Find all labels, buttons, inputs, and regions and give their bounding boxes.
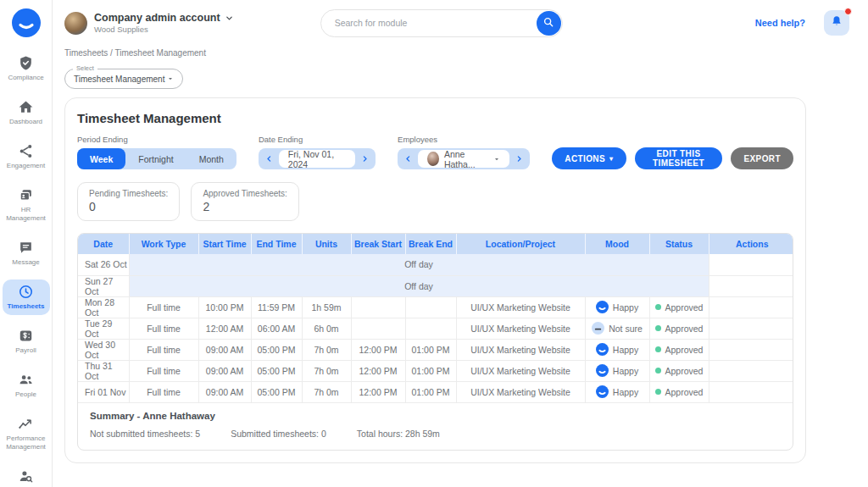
actions-cell: [709, 360, 793, 381]
date-cell: Sat 26 Oct: [78, 254, 129, 275]
status: Approved: [650, 324, 709, 334]
date-cell: Mon 28 Oct: [78, 296, 129, 318]
column-header-location-project: Location/Project: [456, 234, 585, 254]
notifications-button[interactable]: [824, 10, 849, 36]
end-time-cell: 11:59 PM: [251, 296, 302, 318]
period-ending-label: Period Ending: [77, 135, 236, 144]
happy-mood-icon: [596, 385, 609, 398]
stat-value: 2: [203, 200, 287, 213]
status: Approved: [650, 345, 709, 355]
page-title: Timesheet Management: [77, 111, 793, 125]
date-cell: Fri 01 Nov: [78, 381, 129, 402]
sidebar-item-compliance[interactable]: Compliance: [3, 51, 50, 86]
mood-label: Not sure: [609, 324, 643, 334]
mood-cell: Happy: [585, 360, 649, 381]
search-input[interactable]: [320, 9, 563, 37]
summary-title: Summary - Anne Hathaway: [90, 411, 781, 421]
work-type-cell: Full time: [129, 360, 198, 381]
search-button[interactable]: [537, 11, 561, 36]
sidebar-item-payroll[interactable]: Payroll: [3, 324, 50, 359]
actions-button[interactable]: ACTIONS ▾: [552, 147, 626, 169]
status-label: Approved: [665, 345, 704, 355]
employee-prev-button[interactable]: [398, 148, 418, 169]
status: Approved: [650, 387, 709, 397]
happy-mood-icon: [596, 301, 609, 313]
sidebar-item-label: Compliance: [8, 74, 43, 82]
caret-down-icon: [493, 156, 500, 163]
sidebar-item-hr-management[interactable]: HR Management: [3, 183, 50, 227]
work-type-cell: Full time: [129, 381, 198, 402]
employee-next-button[interactable]: [509, 148, 529, 169]
sidebar-item-recruitment[interactable]: Recruitment: [3, 464, 50, 487]
sidebar-item-timesheets[interactable]: Timesheets: [3, 279, 50, 315]
need-help-link[interactable]: Need help?: [755, 18, 805, 28]
column-header-actions: Actions: [709, 234, 793, 254]
export-button[interactable]: EXPORT: [731, 147, 793, 169]
sidebar-item-engagement[interactable]: Engagement: [3, 139, 50, 174]
date-cell: Thu 31 Oct: [78, 360, 129, 381]
mood: Happy: [586, 301, 649, 313]
sidebar: ComplianceDashboardEngagementHR Manageme…: [0, 0, 53, 487]
column-header-date: Date: [78, 234, 129, 254]
stat-label: Approved Timesheets:: [203, 189, 287, 198]
table-row: Sat 26 OctOff day: [78, 254, 793, 275]
location-project-cell: UI/UX Marketing Website: [456, 381, 585, 402]
trend-icon: [18, 416, 34, 432]
location-project-cell: UI/UX Marketing Website: [456, 339, 585, 360]
account-menu[interactable]: Company admin account Wood Supplies: [64, 12, 234, 35]
employee-name: Anne Hatha...: [444, 149, 488, 169]
date-next-button[interactable]: [355, 148, 375, 169]
account-name: Company admin account: [94, 12, 220, 24]
status-label: Approved: [665, 366, 704, 376]
shield-check-icon: [18, 55, 34, 71]
sidebar-item-message[interactable]: Message: [3, 235, 50, 271]
sidebar-item-performance-management[interactable]: Performance Management: [3, 412, 50, 456]
notification-badge: [844, 8, 852, 15]
module-select-dropdown[interactable]: Select Timesheet Management: [64, 69, 183, 89]
stats-row: Pending Timesheets:0Approved Timesheets:…: [77, 182, 793, 221]
status-cell: Approved: [649, 318, 709, 339]
sidebar-item-label: Engagement: [7, 162, 45, 170]
mood-cell: Happy: [585, 381, 649, 402]
sidebar-item-label: Payroll: [15, 346, 36, 355]
chevron-left-icon: [265, 152, 273, 165]
location-project-cell: UI/UX Marketing Website: [456, 318, 585, 339]
status: Approved: [650, 302, 709, 313]
units-cell: 7h 0m: [302, 381, 351, 402]
happy-mood-icon: [596, 343, 609, 356]
payroll-icon: [18, 328, 34, 344]
date-cell: Sun 27 Oct: [78, 275, 129, 296]
location-project-cell: UI/UX Marketing Website: [456, 360, 585, 381]
mood: Happy: [586, 385, 649, 398]
status-cell: Approved: [649, 360, 709, 381]
sidebar-item-dashboard[interactable]: Dashboard: [3, 95, 50, 130]
off-day-cell: Off day: [129, 275, 709, 296]
chat-icon: [18, 240, 34, 256]
period-option-month[interactable]: Month: [186, 148, 236, 169]
edit-timesheet-button[interactable]: EDIT THIS TIMESHEET: [635, 147, 723, 169]
employee-select[interactable]: Anne Hatha...: [418, 150, 509, 168]
timesheet-table-container: DateWork TypeStart TimeEnd TimeUnitsBrea…: [77, 233, 793, 451]
smile-logo-icon[interactable]: [12, 8, 41, 37]
table-row: Tue 29 OctFull time12:00 AM06:00 AM6h 0m…: [78, 318, 793, 339]
status-cell: Approved: [649, 296, 709, 318]
break-end-cell: [405, 296, 456, 318]
break-start-cell: [351, 318, 405, 339]
end-time-cell: 05:00 PM: [251, 339, 302, 360]
search-icon: [542, 16, 554, 30]
end-time-cell: 06:00 AM: [251, 318, 302, 339]
actions-cell: [709, 339, 793, 360]
timesheet-table-body: Sat 26 OctOff daySun 27 OctOff dayMon 28…: [78, 254, 793, 402]
date-ending-value-box[interactable]: Fri, Nov 01, 2024: [279, 150, 355, 168]
employee-avatar: [427, 152, 439, 166]
date-ending-label: Date Ending: [259, 135, 376, 144]
period-option-fortnight[interactable]: Fortnight: [125, 148, 186, 169]
account-avatar: [64, 12, 87, 35]
period-option-week[interactable]: Week: [77, 148, 125, 169]
date-prev-button[interactable]: [259, 148, 279, 169]
sidebar-item-people[interactable]: People: [3, 368, 50, 403]
module-select-label: Select: [73, 64, 97, 72]
caret-down-icon: ▾: [609, 155, 613, 163]
mood-label: Happy: [613, 387, 638, 397]
column-header-status: Status: [649, 234, 709, 254]
